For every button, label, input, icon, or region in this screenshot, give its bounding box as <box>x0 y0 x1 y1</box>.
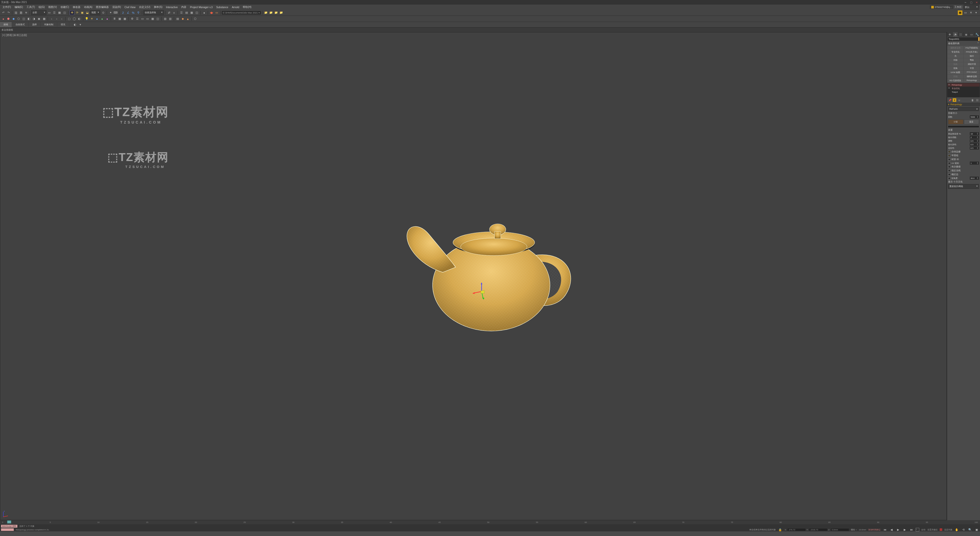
t2-34-icon[interactable]: ▲ <box>186 17 190 21</box>
nav-max-icon[interactable]: ▣ <box>974 527 979 532</box>
select-name-icon[interactable]: ☰ <box>52 11 57 15</box>
lockedge-checkbox[interactable]: 确定边 <box>948 173 979 176</box>
autokey-button[interactable]: 自动 <box>921 528 925 531</box>
display-dropdown[interactable]: 重新拓扑网格▾ <box>948 184 979 189</box>
menu-view[interactable]: 视图(V) <box>47 5 58 10</box>
move-gizmo[interactable] <box>471 281 492 302</box>
cmdtab-hierarchy-icon[interactable]: ☷ <box>958 32 964 37</box>
t2-24-icon[interactable]: ⚙ <box>130 17 135 21</box>
adapt-spinner[interactable]: 0.5▲▼ <box>970 146 979 150</box>
t2-28-icon[interactable]: ▦ <box>150 17 155 21</box>
eye-icon[interactable]: 👁 <box>948 87 950 89</box>
rec-icon[interactable] <box>940 528 942 531</box>
dock4-icon[interactable]: ▾ <box>974 11 978 15</box>
cmdtab-modify-icon[interactable]: ◔ <box>953 32 958 37</box>
close-icon[interactable]: ✕ <box>974 0 979 4</box>
snap2-icon[interactable]: 2 <box>121 11 125 15</box>
play-start-icon[interactable]: ⏮ <box>883 527 887 532</box>
byangle-spinner[interactable]: 30.0▲▼ <box>970 177 979 180</box>
t2-12-icon[interactable]: ▫ <box>59 17 64 21</box>
t2-15-icon[interactable]: ◐ <box>77 17 82 21</box>
ribbon-tab-modeling[interactable]: 建模 <box>0 22 12 27</box>
modbtn[interactable]: 平滑 <box>964 66 980 70</box>
material-editor-icon[interactable]: ● <box>202 11 207 15</box>
curve-editor-icon[interactable]: ▦ <box>189 11 194 15</box>
ribbon-tab-select[interactable]: 选择 <box>29 22 41 27</box>
render-frame-icon[interactable]: ▭ <box>215 11 219 15</box>
menu-help[interactable]: 帮助(H) <box>241 5 253 10</box>
z-coord[interactable]: 0.0mm <box>831 529 849 531</box>
x-coord[interactable]: -276.72 <box>788 529 805 531</box>
rotate-icon[interactable]: ⟳ <box>75 11 80 15</box>
time-head[interactable] <box>7 520 11 523</box>
quad-tol-spinner[interactable]: 10▲▼ <box>970 132 979 135</box>
nav-zoom-icon[interactable]: 🔍 <box>968 527 972 532</box>
modbtn[interactable]: 切角 <box>947 66 963 70</box>
play-next-icon[interactable]: ▶ <box>902 527 907 532</box>
eye-icon[interactable]: 👁 <box>948 84 950 86</box>
menu-modifiers[interactable]: 修改器 <box>71 5 82 10</box>
t2-22-icon[interactable]: ▦ <box>118 17 122 21</box>
specnorm-checkbox[interactable]: 指定法线 <box>948 169 979 172</box>
undo-icon[interactable]: ↶ <box>1 11 6 15</box>
modbtn[interactable]: 对称 <box>947 58 963 62</box>
minimize-icon[interactable]: ━ <box>963 0 968 4</box>
modbtn[interactable]: 编辑多边形 <box>947 46 963 50</box>
t2-7-icon[interactable]: ◑ <box>32 17 36 21</box>
menu-file[interactable]: 文件(F) <box>1 5 13 10</box>
align-icon[interactable]: ≡ <box>172 11 177 15</box>
refcoord-dropdown[interactable]: 视图▾ <box>90 10 100 15</box>
reset-button[interactable]: 重置 <box>964 119 979 124</box>
pivot-icon[interactable]: ⊙ <box>101 11 105 15</box>
modbtn[interactable]: FFD 2x2x2 <box>964 70 980 74</box>
t2-20-icon[interactable]: ● <box>105 17 110 21</box>
unlink-icon[interactable]: ⛓̸ <box>19 11 23 15</box>
t2-19-icon[interactable]: ● <box>100 17 104 21</box>
menu-group[interactable]: 组(G) <box>37 5 46 10</box>
snap-percent-icon[interactable]: % <box>131 11 135 15</box>
modbtn[interactable]: 扫描 <box>947 75 963 78</box>
project-path[interactable]: E:\3HM\Documents\3ds Max 2021 ▾ <box>222 11 261 14</box>
t2-1-icon[interactable]: ● <box>1 17 6 21</box>
t2-32-icon[interactable]: ▤ <box>175 17 180 21</box>
unique-icon[interactable]: ∪ <box>957 98 961 102</box>
folder1-icon[interactable]: 📁 <box>264 11 268 15</box>
cmdtab-utilities-icon[interactable]: 🔧 <box>975 32 980 37</box>
placement-icon[interactable]: ⬓ <box>85 11 89 15</box>
viewport-label[interactable]: [+] [透视] [标准] [边面] <box>2 33 27 37</box>
t2-33-icon[interactable]: ◆ <box>180 17 185 21</box>
t2-6-icon[interactable]: ◧ <box>27 17 31 21</box>
redo-icon[interactable]: ↷ <box>6 11 11 15</box>
modbtn[interactable]: 编辑多边形 <box>964 75 980 78</box>
t2-5-icon[interactable]: ◫ <box>21 17 26 21</box>
toggle-ribbon-icon[interactable]: ▤ <box>184 11 189 15</box>
modbtn[interactable]: UVW 贴图 <box>947 70 963 74</box>
uvchan-spinner[interactable]: 1▲▼ <box>970 162 979 165</box>
maxscript-listener[interactable]: MAXScript 侦听 <box>1 525 18 528</box>
t2-9-icon[interactable]: ▦ <box>42 17 46 21</box>
modbtn[interactable]: 专业优化 <box>947 50 963 54</box>
link-icon[interactable]: ⛓ <box>14 11 18 15</box>
t2-26-icon[interactable]: ▭ <box>140 17 145 21</box>
show-end-icon[interactable]: Ⅱ <box>953 98 956 102</box>
menu-grapheditor[interactable]: 图形编辑器 <box>94 5 110 10</box>
modbtn[interactable]: 细分 <box>964 54 980 58</box>
aniso-spinner[interactable]: 0.5▲▼ <box>970 143 979 146</box>
modbtn[interactable]: 壳 <box>947 54 963 58</box>
t2-25-icon[interactable]: ☰ <box>135 17 140 21</box>
menu-pm[interactable]: Project Manager v.3 <box>188 5 214 9</box>
y-coord[interactable]: -2218.73 <box>809 529 827 531</box>
keyboard-icon[interactable]: ⌨ <box>113 11 118 15</box>
workspace-dropdown[interactable]: 默认▾ <box>964 5 979 10</box>
menu-customize[interactable]: 自定义(U) <box>138 5 152 10</box>
cmdtab-display-icon[interactable]: ▭ <box>969 32 975 37</box>
modbtn[interactable]: RD·无损缩放 <box>947 79 963 83</box>
layers-icon[interactable]: ☰ <box>179 11 184 15</box>
t2-23-icon[interactable]: ▦ <box>123 17 127 21</box>
t2-35-icon[interactable]: ⬡ <box>193 17 197 21</box>
menu-animation[interactable]: 动画(A) <box>83 5 94 10</box>
face-count-spinner[interactable]: 5000▲▼ <box>970 115 979 118</box>
config-icon[interactable]: ☷ <box>975 98 979 102</box>
t2-29-icon[interactable]: ◫ <box>156 17 160 21</box>
setkey-button[interactable]: 设置关键点 <box>928 528 938 531</box>
